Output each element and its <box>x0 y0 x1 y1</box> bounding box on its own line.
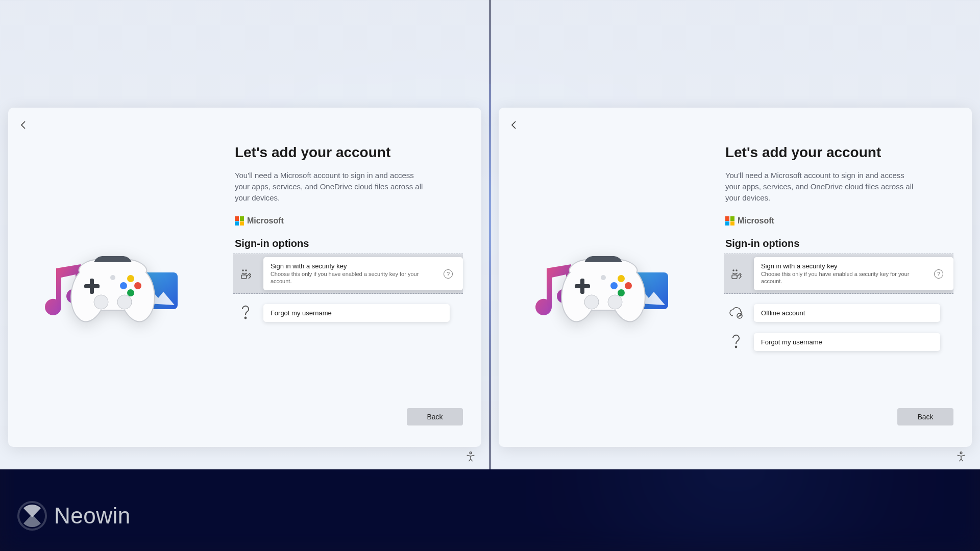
option-security-key[interactable]: Sign in with a security key Choose this … <box>724 254 953 294</box>
microsoft-label: Microsoft <box>738 216 774 226</box>
svg-point-31 <box>735 346 737 348</box>
option-forgot-username-card[interactable]: Forgot my username <box>754 333 940 351</box>
svg-point-24 <box>584 295 599 309</box>
option-offline-account[interactable]: Offline account <box>725 301 953 325</box>
svg-point-26 <box>601 275 606 280</box>
option-title: Sign in with a security key <box>761 262 929 270</box>
watermark-text: Neowin <box>54 503 131 529</box>
question-icon <box>235 305 256 320</box>
svg-rect-19 <box>575 284 590 288</box>
svg-point-6 <box>134 282 141 289</box>
svg-point-12 <box>246 270 247 271</box>
screen-left: Let's add your account You'll need a Mic… <box>0 0 489 469</box>
option-title: Offline account <box>761 309 805 317</box>
hero-illustration <box>531 242 674 344</box>
svg-rect-13 <box>241 275 247 279</box>
option-subtitle: Choose this only if you have enabled a s… <box>271 271 438 285</box>
controller-icon <box>65 247 160 329</box>
question-icon <box>725 334 747 349</box>
microsoft-brand: Microsoft <box>725 216 953 226</box>
back-button[interactable]: Back <box>897 408 953 425</box>
option-title: Sign in with a security key <box>271 262 438 270</box>
option-title: Forgot my username <box>271 309 332 317</box>
help-icon[interactable]: ? <box>444 269 453 279</box>
svg-rect-29 <box>732 275 737 279</box>
svg-point-21 <box>610 282 618 289</box>
watermark: Neowin <box>17 501 131 531</box>
signin-options-heading: Sign-in options <box>725 238 953 249</box>
security-key-icon <box>235 267 256 281</box>
cloud-offline-icon <box>725 307 747 319</box>
svg-point-5 <box>120 282 127 289</box>
back-arrow-icon[interactable] <box>17 119 32 133</box>
neowin-logo-icon <box>17 501 47 531</box>
option-offline-account-card[interactable]: Offline account <box>754 304 940 322</box>
svg-point-7 <box>127 289 134 296</box>
option-forgot-username[interactable]: Forgot my username <box>235 301 463 325</box>
security-key-icon <box>725 267 747 281</box>
accessibility-icon[interactable] <box>465 451 476 462</box>
svg-point-27 <box>733 270 734 271</box>
svg-point-25 <box>608 295 622 309</box>
accessibility-icon[interactable] <box>955 451 967 462</box>
svg-point-32 <box>960 452 962 454</box>
svg-point-10 <box>110 275 115 280</box>
oobe-card: Let's add your account You'll need a Mic… <box>8 108 481 447</box>
option-security-key-card[interactable]: Sign in with a security key Choose this … <box>263 257 463 290</box>
hero-illustration <box>41 242 184 344</box>
svg-point-23 <box>618 289 625 296</box>
svg-point-14 <box>244 317 246 319</box>
oobe-card: Let's add your account You'll need a Mic… <box>499 108 972 447</box>
microsoft-brand: Microsoft <box>235 216 463 226</box>
svg-point-8 <box>94 295 108 309</box>
comparison-container: Let's add your account You'll need a Mic… <box>0 0 980 469</box>
content-column: Let's add your account You'll need a Mic… <box>707 108 972 447</box>
svg-point-11 <box>242 270 243 271</box>
illustration-column <box>499 108 707 447</box>
svg-point-15 <box>470 452 472 454</box>
controller-icon <box>556 247 650 329</box>
content-column: Let's add your account You'll need a Mic… <box>216 108 481 447</box>
back-button[interactable]: Back <box>407 408 463 425</box>
page-heading: Let's add your account <box>235 144 463 161</box>
help-icon[interactable]: ? <box>934 269 943 279</box>
back-arrow-icon[interactable] <box>508 119 522 133</box>
svg-point-9 <box>117 295 132 309</box>
svg-point-28 <box>736 270 737 271</box>
option-title: Forgot my username <box>761 338 822 346</box>
option-security-key[interactable]: Sign in with a security key Choose this … <box>233 254 463 294</box>
svg-point-4 <box>127 275 134 282</box>
page-subtext: You'll need a Microsoft account to sign … <box>235 170 429 203</box>
page-subtext: You'll need a Microsoft account to sign … <box>725 170 919 203</box>
svg-point-22 <box>625 282 632 289</box>
option-forgot-username[interactable]: Forgot my username <box>725 330 953 354</box>
microsoft-logo-icon <box>235 216 244 226</box>
microsoft-label: Microsoft <box>247 216 284 226</box>
screen-right: Let's add your account You'll need a Mic… <box>491 0 980 469</box>
svg-point-20 <box>618 275 625 282</box>
illustration-column <box>8 108 216 447</box>
signin-options-heading: Sign-in options <box>235 238 463 249</box>
option-subtitle: Choose this only if you have enabled a s… <box>761 271 929 285</box>
microsoft-logo-icon <box>725 216 734 226</box>
option-security-key-card[interactable]: Sign in with a security key Choose this … <box>754 257 953 290</box>
svg-rect-3 <box>84 284 100 288</box>
option-forgot-username-card[interactable]: Forgot my username <box>263 304 450 322</box>
page-heading: Let's add your account <box>725 144 953 161</box>
